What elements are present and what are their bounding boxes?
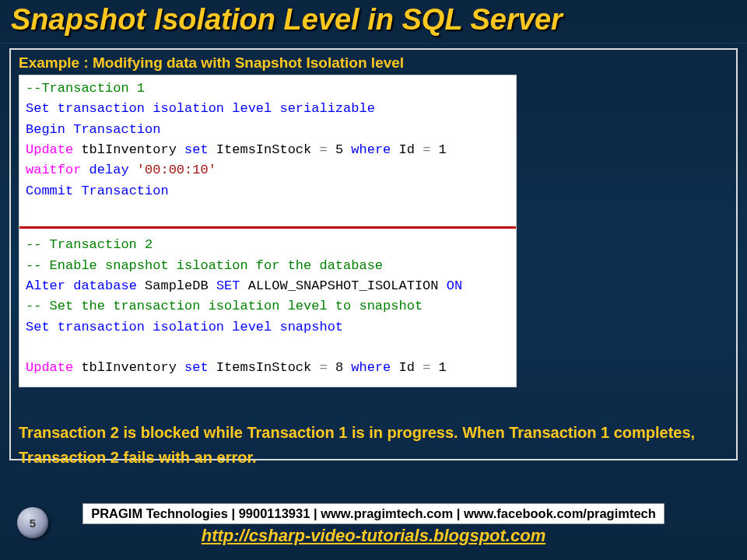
code-token: Set transaction isolation level — [26, 101, 279, 116]
code-token: 1 — [430, 142, 446, 157]
code-token: Transaction — [73, 184, 168, 198]
code-token: Update — [26, 142, 73, 157]
code-token: ALLOW_SNAPSHOT_ISOLATION — [240, 278, 446, 293]
code-token: Set transaction isolation level — [26, 320, 279, 334]
code-comment: -- Set the transaction isolation level t… — [26, 299, 423, 313]
footer-bar: PRAGIM Technologies | 9900113931 | www.p… — [82, 503, 665, 524]
code-token: '00:00:10' — [137, 163, 216, 177]
code-block: --Transaction 1 Set transaction isolatio… — [19, 75, 517, 387]
code-token: waitfor — [26, 163, 81, 177]
code-divider — [19, 226, 516, 229]
code-token: ItemsInStock — [209, 360, 320, 375]
code-token: Update — [26, 360, 73, 375]
code-token: = — [319, 142, 327, 157]
code-token: Id — [391, 360, 423, 375]
code-token: ItemsInStock — [209, 142, 320, 157]
code-token: delay — [81, 163, 136, 177]
code-comment: --Transaction 1 — [26, 81, 145, 96]
code-token: SET — [216, 278, 240, 293]
explanation-text: Transaction 2 is blocked while Transacti… — [19, 420, 728, 470]
slide-title: Snapshot Isolation Level in SQL Server — [0, 0, 747, 44]
code-token: Begin — [26, 122, 65, 137]
code-token: 8 — [328, 360, 352, 375]
code-comment: -- Transaction 2 — [26, 237, 153, 252]
code-token: where — [351, 360, 391, 375]
footer-link[interactable]: http://csharp-video-tutorials.blogspot.c… — [0, 526, 747, 546]
content-box: Example : Modifying data with Snapshot I… — [9, 48, 738, 460]
code-token: where — [351, 142, 391, 157]
code-token: Transaction — [65, 122, 160, 137]
code-token: Commit — [26, 184, 73, 198]
code-token: 1 — [430, 360, 446, 375]
example-heading: Example : Modifying data with Snapshot I… — [19, 54, 728, 72]
code-token: serializable — [279, 101, 374, 116]
code-token: 5 — [328, 142, 352, 157]
footer: PRAGIM Technologies | 9900113931 | www.p… — [0, 503, 747, 546]
code-token: ON — [447, 278, 462, 293]
code-token: snapshot — [279, 320, 343, 334]
code-token: = — [319, 360, 327, 375]
code-token: = — [423, 142, 430, 157]
code-token: set — [184, 360, 209, 375]
code-token: tblInventory — [73, 142, 184, 157]
code-token: = — [423, 360, 430, 375]
code-token: Id — [391, 142, 423, 157]
code-token: SampleDB — [137, 278, 216, 293]
code-token: database — [65, 278, 137, 293]
code-comment: -- Enable snapshot isloation for the dat… — [26, 258, 383, 273]
code-token: set — [184, 142, 209, 157]
code-token: tblInventory — [73, 360, 184, 375]
code-token: Alter — [26, 278, 65, 293]
